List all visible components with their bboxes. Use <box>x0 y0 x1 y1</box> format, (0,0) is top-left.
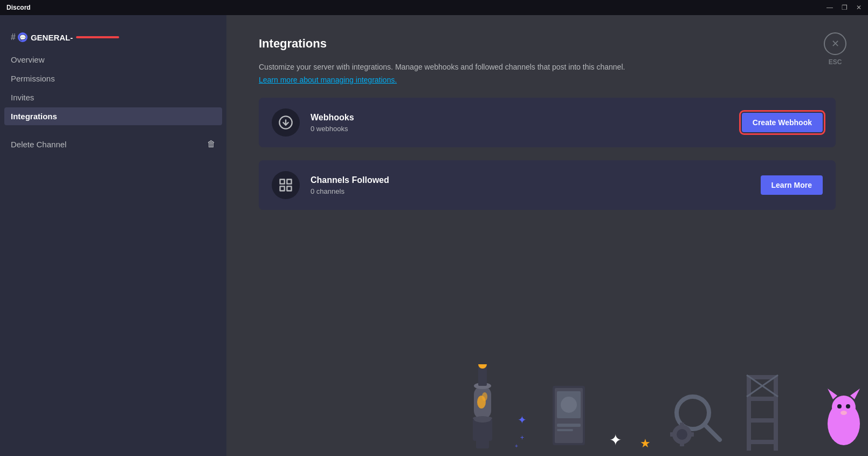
main-layout: # 💬 GENERAL- Overview Permissions Invite… <box>0 15 868 456</box>
app-title: Discord <box>6 4 826 11</box>
learn-more-button[interactable]: Learn More <box>761 175 823 195</box>
svg-point-46 <box>846 404 850 409</box>
svg-rect-37 <box>747 418 778 423</box>
webhooks-info: Webhooks 0 webhooks <box>311 113 731 133</box>
channel-redline <box>76 36 119 38</box>
svg-text:✦: ✦ <box>518 414 527 426</box>
book-illus <box>542 375 596 451</box>
sidebar-item-integrations[interactable]: Integrations <box>4 107 222 125</box>
page-title: Integrations <box>259 37 836 51</box>
scaffold-illus <box>741 364 811 451</box>
yellow-star-illus: ★ <box>639 434 655 451</box>
svg-rect-2 <box>287 186 291 190</box>
svg-rect-32 <box>690 432 694 437</box>
gear-illus <box>666 375 731 451</box>
svg-marker-43 <box>828 389 837 399</box>
webhooks-subtitle: 0 webhooks <box>311 125 731 133</box>
sparkle-illus: ✦ + + <box>515 407 531 451</box>
svg-marker-44 <box>850 389 860 399</box>
sidebar-item-invites[interactable]: Invites <box>4 89 222 106</box>
svg-point-28 <box>677 429 687 440</box>
svg-point-20 <box>561 397 577 413</box>
star-illus: ✦ <box>607 429 628 451</box>
channels-followed-subtitle: 0 channels <box>311 187 750 195</box>
learn-more-about-integrations-link[interactable]: Learn more about managing integrations. <box>259 76 397 84</box>
svg-text:★: ★ <box>640 437 651 450</box>
maximize-button[interactable]: ❐ <box>842 4 848 11</box>
hash-icon: # <box>11 32 16 42</box>
svg-text:+: + <box>515 443 518 449</box>
cat-illus <box>822 386 865 451</box>
description-text: Customize your server with integrations.… <box>259 62 836 73</box>
svg-rect-31 <box>670 432 674 437</box>
esc-button[interactable]: ✕ ESC <box>824 32 846 66</box>
svg-point-9 <box>474 416 491 423</box>
svg-rect-38 <box>747 440 778 444</box>
svg-point-45 <box>837 404 842 409</box>
titlebar: Discord — ❐ ✕ <box>0 0 868 15</box>
channels-followed-title: Channels Followed <box>311 175 750 185</box>
lava-lamp-illus <box>461 364 504 451</box>
channel-header: # 💬 GENERAL- <box>4 28 222 46</box>
illustration: ✦ + + ✦ ★ <box>458 359 868 456</box>
svg-rect-22 <box>557 429 573 431</box>
svg-point-47 <box>841 411 847 415</box>
sidebar: # 💬 GENERAL- Overview Permissions Invite… <box>0 15 226 456</box>
bubble-icon: 💬 <box>18 32 27 42</box>
svg-rect-36 <box>747 397 778 401</box>
svg-text:✦: ✦ <box>609 432 622 448</box>
create-webhook-button[interactable]: Create Webhook <box>742 113 823 132</box>
esc-circle-icon: ✕ <box>824 32 846 55</box>
sidebar-item-permissions[interactable]: Permissions <box>4 70 222 87</box>
channels-followed-info: Channels Followed 0 channels <box>311 175 750 195</box>
esc-label: ESC <box>829 58 842 66</box>
svg-text:+: + <box>520 434 524 441</box>
sidebar-item-overview[interactable]: Overview <box>4 51 222 69</box>
svg-rect-1 <box>287 180 291 184</box>
webhooks-title: Webhooks <box>311 113 731 122</box>
svg-rect-3 <box>280 186 285 190</box>
svg-rect-34 <box>774 375 778 451</box>
channels-followed-icon <box>272 171 300 199</box>
svg-rect-0 <box>280 180 285 184</box>
channel-name: GENERAL- <box>31 33 73 42</box>
channels-followed-card: Channels Followed 0 channels Learn More <box>259 160 836 210</box>
sidebar-item-delete-channel[interactable]: Delete Channel 🗑 <box>4 135 222 153</box>
svg-rect-21 <box>557 424 581 427</box>
window-controls[interactable]: — ❐ ✕ <box>826 4 862 11</box>
svg-rect-29 <box>680 423 684 427</box>
webhooks-icon <box>272 108 300 137</box>
svg-rect-4 <box>476 440 489 448</box>
svg-line-26 <box>705 425 720 440</box>
close-button[interactable]: ✕ <box>856 4 862 11</box>
main-content: ✕ ESC Integrations Customize your server… <box>226 15 868 456</box>
svg-rect-30 <box>680 442 684 446</box>
trash-icon: 🗑 <box>207 139 216 149</box>
svg-point-42 <box>832 396 856 419</box>
webhooks-card: Webhooks 0 webhooks Create Webhook <box>259 98 836 147</box>
minimize-button[interactable]: — <box>826 4 833 11</box>
svg-rect-33 <box>747 375 751 451</box>
svg-point-11 <box>482 392 487 401</box>
